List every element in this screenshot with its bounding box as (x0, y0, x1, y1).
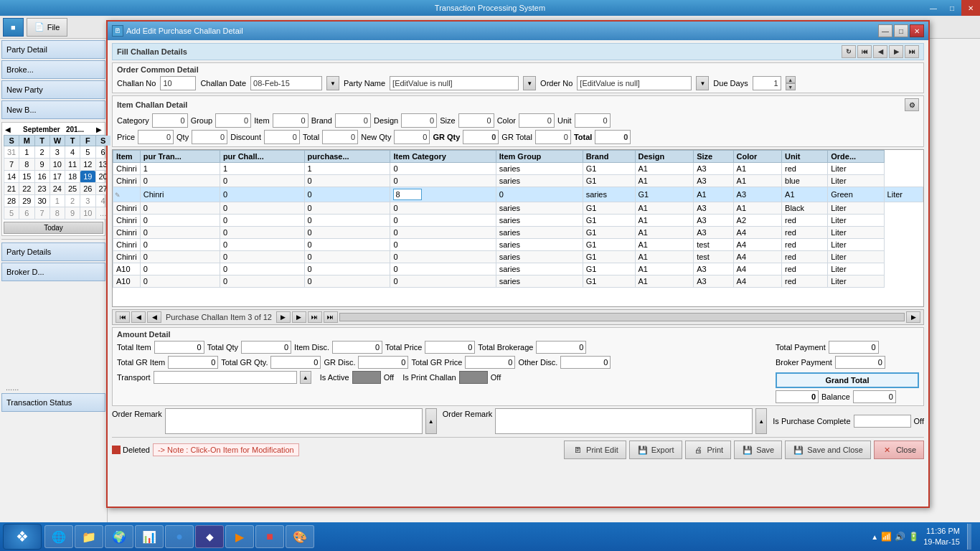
table-row[interactable]: Chinri0000sariesG1A1testA4redLiter (113, 251, 923, 263)
page-end-btn[interactable]: ⏭ (324, 311, 338, 323)
is-purchase-complete-input[interactable] (854, 415, 911, 428)
taskbar-time-display[interactable]: 11:36 PM 19-Mar-15 (923, 526, 960, 548)
dialog-maximize-btn[interactable]: □ (894, 24, 908, 37)
sidebar-broker[interactable]: Broke... (1, 60, 105, 79)
taskbar-ie-btn[interactable]: 🌐 (44, 525, 73, 548)
tray-arrow-icon[interactable]: ▲ (871, 533, 878, 541)
table-row[interactable]: Chinri0000sariesG1A1A3A4redLiter (113, 227, 923, 239)
nav-prev-btn[interactable]: ◀ (873, 45, 887, 58)
order-remark1-input[interactable] (165, 408, 423, 434)
nav-next-btn[interactable]: ▶ (889, 45, 903, 58)
transport-input[interactable] (154, 371, 297, 384)
save-btn[interactable]: 💾 Save (734, 441, 782, 459)
table-row[interactable]: Chinri0000sariesG1A1A3A1BlackLiter (113, 202, 923, 215)
total-qty-input[interactable] (241, 341, 291, 354)
taskbar-paint-btn[interactable]: 🎨 (286, 525, 314, 548)
page-next2-btn[interactable]: ▶ (292, 311, 306, 323)
order-no-input[interactable] (577, 76, 692, 90)
page-scrollbar[interactable] (339, 313, 905, 321)
challan-date-input[interactable] (250, 76, 322, 90)
save-and-close-btn[interactable]: 💾 Save and Close (785, 441, 871, 459)
taskbar-app1-btn[interactable]: 📊 (135, 525, 164, 548)
nav-first-btn[interactable]: ⏮ (857, 45, 872, 58)
main-minimize-btn[interactable]: — (924, 0, 943, 16)
total-gr-price-input[interactable] (465, 356, 515, 369)
total-gr-qty-input[interactable] (270, 356, 321, 369)
order-no-dropdown-btn[interactable]: ▼ (696, 76, 709, 90)
order-remark2-btn[interactable]: ▲ (755, 408, 767, 434)
is-active-toggle[interactable] (352, 371, 381, 384)
total-price-input[interactable] (425, 341, 475, 354)
cal-prev-btn[interactable]: ◀ (5, 126, 11, 133)
main-maximize-btn[interactable]: □ (943, 0, 961, 16)
due-days-up-btn[interactable]: ▲ (786, 76, 796, 83)
app-menu-btn[interactable]: ■ (3, 18, 24, 37)
color-input[interactable] (519, 113, 555, 128)
grand-total-value-input[interactable] (776, 390, 819, 403)
new-qty-input[interactable] (394, 130, 430, 144)
taskbar-explorer-btn[interactable]: 📁 (75, 525, 103, 548)
taskbar-firefox-btn[interactable]: 🌍 (105, 525, 133, 548)
party-name-dropdown-btn[interactable]: ▼ (523, 76, 536, 90)
gr-disc-input[interactable] (358, 356, 408, 369)
print-btn[interactable]: 🖨 Print (685, 441, 732, 459)
close-btn[interactable]: ✕ Close (874, 441, 924, 459)
sidebar-transaction-status[interactable]: Transaction Status (1, 393, 105, 412)
dialog-minimize-btn[interactable]: — (878, 24, 892, 37)
sidebar-broker-d[interactable]: Broker D... (1, 263, 105, 281)
taskbar-vs-btn[interactable]: ◆ (195, 525, 224, 548)
group-input[interactable] (215, 113, 251, 128)
page-prev-btn[interactable]: ◀ (131, 311, 146, 323)
sidebar-new-party[interactable]: New Party (1, 80, 105, 99)
due-days-input[interactable] (753, 76, 781, 90)
sidebar-party-detail[interactable]: Party Detail (1, 40, 105, 59)
total-payment-input[interactable] (829, 341, 879, 354)
date-dropdown-btn[interactable]: ▼ (326, 76, 339, 90)
taskbar-chrome-btn[interactable]: ● (165, 525, 194, 548)
size-input[interactable] (458, 113, 494, 128)
gr-total-input[interactable] (535, 130, 571, 144)
qty-input[interactable] (192, 130, 227, 144)
design-input[interactable] (401, 113, 437, 128)
unit-input[interactable] (575, 113, 611, 128)
taskbar-vlc-btn[interactable]: ▶ (225, 525, 254, 548)
order-remark1-btn[interactable]: ▲ (425, 408, 437, 434)
print-edit-btn[interactable]: 🖹 Print Edit (564, 441, 626, 459)
start-button[interactable]: ❖ (3, 524, 42, 550)
table-edit-input[interactable] (393, 189, 422, 200)
table-row[interactable]: Chinri1110sariesG1A1A3A1redLiter (113, 163, 923, 175)
total2-input[interactable] (595, 130, 631, 144)
dialog-close-btn[interactable]: ✕ (910, 24, 924, 37)
brand-input[interactable] (335, 113, 371, 128)
balance-input[interactable] (853, 390, 896, 403)
show-desktop-btn[interactable] (967, 524, 971, 550)
page-scroll-right-btn[interactable]: ▶ (906, 311, 920, 323)
broker-payment-input[interactable] (835, 356, 885, 369)
page-next-btn[interactable]: ▶ (276, 311, 291, 323)
discount-input[interactable] (264, 130, 300, 144)
order-remark2-input[interactable] (495, 408, 753, 434)
page-prev2-btn[interactable]: ◀ (147, 311, 161, 323)
file-btn[interactable]: 📄 File (27, 18, 68, 37)
table-row[interactable]: A100000sariesG1A1A3A4redLiter (113, 263, 923, 276)
today-btn[interactable]: Today (4, 222, 103, 234)
party-name-input[interactable] (390, 76, 519, 90)
item-detail-settings-btn[interactable]: ⚙ (905, 98, 919, 111)
table-row[interactable]: ✎Chinri000sariesG1A1A3A1GreenLiter (113, 187, 923, 202)
due-days-down-btn[interactable]: ▼ (786, 83, 796, 90)
total-input[interactable] (322, 130, 358, 144)
table-row[interactable]: Chinri0000sariesG1A1A3A1blueLiter (113, 175, 923, 187)
item-input[interactable] (273, 113, 308, 128)
is-print-challan-toggle[interactable] (459, 371, 488, 384)
table-row[interactable]: A100000sariesG1A1A3A4redLiter (113, 276, 923, 288)
export-btn[interactable]: 💾 Export (629, 441, 682, 459)
price-input[interactable] (138, 130, 174, 144)
total-brokerage-input[interactable] (536, 341, 586, 354)
gr-qty-input[interactable] (463, 130, 499, 144)
other-disc-input[interactable] (560, 356, 611, 369)
nav-last-btn[interactable]: ⏭ (905, 45, 919, 58)
page-last-btn[interactable]: ⏭ (308, 311, 322, 323)
taskbar-app2-btn[interactable]: ■ (255, 525, 284, 548)
sidebar-new[interactable]: New B... (1, 100, 105, 119)
item-disc-input[interactable] (332, 341, 382, 354)
